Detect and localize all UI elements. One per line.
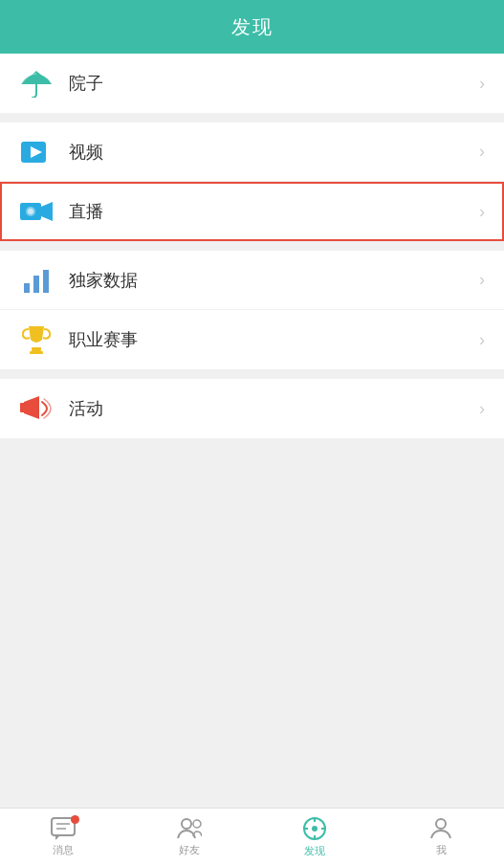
svg-marker-6 [41, 202, 53, 221]
svg-point-5 [28, 209, 33, 214]
section-events: 活动 › [0, 379, 504, 438]
nav-item-friends[interactable]: 好友 [126, 809, 252, 865]
svg-point-18 [182, 819, 191, 829]
menu-item-esports[interactable]: 职业赛事 › [0, 310, 504, 369]
svg-rect-13 [20, 403, 26, 412]
chevron-icon-video: › [479, 142, 485, 162]
menu-item-video[interactable]: 视频 › [0, 122, 504, 182]
chevron-icon-esports: › [479, 330, 485, 350]
nav-label-friends: 好友 [179, 843, 200, 857]
bottom-navigation: 消息 好友 发现 [0, 808, 504, 865]
svg-rect-7 [24, 283, 30, 293]
friends-icon [177, 817, 202, 840]
chevron-icon-yuanzi: › [479, 74, 485, 94]
svg-rect-10 [32, 347, 41, 351]
megaphone-icon [19, 391, 54, 426]
menu-label-video: 视频 [69, 141, 479, 164]
section-yuanzi: 院子 › [0, 54, 504, 113]
svg-marker-12 [24, 396, 39, 419]
nav-label-discover: 发现 [304, 844, 325, 858]
svg-rect-9 [43, 270, 49, 293]
nav-label-messages: 消息 [53, 843, 74, 857]
menu-label-data: 独家数据 [69, 269, 479, 292]
svg-rect-8 [33, 276, 39, 293]
nav-item-me[interactable]: 我 [378, 809, 504, 865]
live-icon [19, 194, 54, 229]
umbrella-icon [19, 66, 54, 100]
menu-item-data[interactable]: 独家数据 › [0, 251, 504, 310]
section-media: 视频 › 直播 › [0, 122, 504, 241]
chevron-icon-events: › [479, 399, 485, 419]
chevron-icon-live: › [479, 202, 485, 222]
menu-item-live[interactable]: 直播 › [0, 182, 504, 241]
menu-label-live: 直播 [69, 200, 479, 223]
content-area: 院子 › 视频 › [0, 54, 504, 808]
menu-item-events[interactable]: 活动 › [0, 379, 504, 438]
menu-item-yuanzi[interactable]: 院子 › [0, 54, 504, 113]
video-icon [19, 135, 54, 169]
messages-badge [71, 815, 79, 824]
svg-rect-11 [30, 351, 43, 354]
chat-icon [51, 817, 76, 840]
svg-marker-17 [55, 835, 60, 840]
nav-item-discover[interactable]: 发现 [252, 809, 379, 865]
me-icon [429, 817, 452, 840]
trophy-icon [19, 322, 54, 357]
section-esports: 独家数据 › 职业赛事 › [0, 251, 504, 369]
chevron-icon-data: › [479, 270, 485, 290]
menu-label-events: 活动 [69, 397, 479, 420]
header-title: 发现 [231, 14, 274, 40]
nav-item-messages[interactable]: 消息 [0, 809, 126, 865]
app-header: 发现 [0, 0, 504, 54]
nav-label-me: 我 [436, 843, 447, 857]
barchart-icon [19, 263, 54, 298]
svg-point-26 [436, 819, 446, 829]
menu-label-esports: 职业赛事 [69, 328, 479, 351]
menu-label-yuanzi: 院子 [69, 72, 479, 95]
svg-point-21 [312, 826, 318, 832]
svg-point-19 [193, 820, 201, 828]
discover-icon [302, 816, 327, 841]
